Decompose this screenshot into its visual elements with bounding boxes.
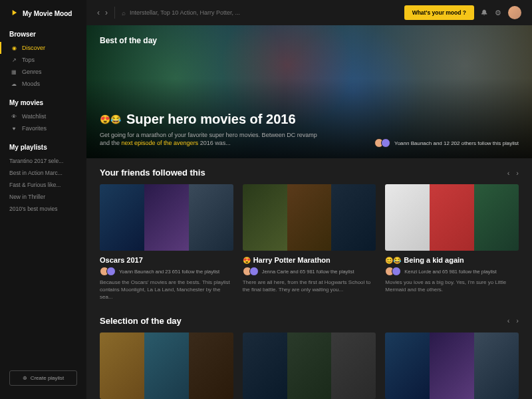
selection-section: Selection of the day ‹ › [86, 307, 532, 399]
playlist-card[interactable] [243, 332, 376, 399]
sidebar: My Movie Mood Browser ◉Discover ↗Tops ▦G… [0, 0, 86, 399]
main: ‹ › ⌕ What's your mood ? 🔔︎ ⚙ Best of th… [86, 0, 532, 399]
mood-button[interactable]: What's your mood ? [404, 5, 474, 20]
nav-tops[interactable]: ↗Tops [0, 54, 86, 66]
divider [114, 7, 115, 19]
genres-icon: ▦ [11, 69, 17, 75]
card-emoji: 😍 [243, 257, 251, 264]
nav-mymovies: My movies 👁Watchlist ♥Favorites [0, 99, 86, 134]
scroll-left-button[interactable]: ‹ [507, 317, 510, 325]
logo-icon [9, 8, 19, 19]
user-avatar[interactable] [508, 6, 521, 19]
section-nav: ‹ › [507, 317, 519, 325]
hero-link[interactable]: next episode of the avengers [122, 140, 199, 146]
section-title: Selection of the day [100, 316, 182, 326]
hero-description: Get going for a marathon of your favorit… [100, 131, 326, 148]
hero-emoji: 😍😂 [100, 114, 121, 124]
card-followers: Kenzi Lorde and 65 981 follow the playli… [385, 267, 519, 276]
playlist-card[interactable]: 😍Harry Potter Marathon Jenna Carle and 6… [243, 184, 376, 301]
card-emoji: 😊😂 [385, 257, 401, 264]
search-input[interactable] [130, 9, 398, 16]
scroll-right-button[interactable]: › [516, 169, 519, 177]
nav-label: Watchlist [22, 113, 46, 120]
search: ⌕ [122, 9, 398, 17]
plus-icon: ⊕ [23, 375, 27, 381]
tops-icon: ↗ [11, 57, 17, 63]
hero-followers: Yoann Baunach and 12 202 others follow t… [374, 138, 519, 148]
card-description: Because the Oscars' movies are the bests… [100, 279, 233, 301]
nav-favorites[interactable]: ♥Favorites [0, 122, 86, 134]
search-icon: ⌕ [122, 9, 126, 17]
playlist-item[interactable]: Fast & Furious like... [0, 179, 86, 191]
nav-browser: Browser ◉Discover ↗Tops ▦Genres ☁Moods [0, 31, 86, 90]
bell-icon[interactable]: 🔔︎ [481, 9, 488, 17]
card-posters [243, 184, 376, 251]
playlist-card[interactable]: 😊😂Being a kid again Kenzi Lorde and 65 9… [385, 184, 519, 301]
top-icons: 🔔︎ ⚙ [481, 6, 521, 19]
history-nav: ‹ › [97, 8, 108, 17]
content[interactable]: Best of the day 😍😂Super hero movies of 2… [86, 25, 532, 399]
nav-label: Favorites [22, 125, 47, 132]
moods-icon: ☁ [11, 81, 17, 87]
hero-title: 😍😂Super hero movies of 2016 [100, 112, 326, 127]
hero-title-text: Super hero movies of 2016 [126, 112, 296, 127]
hero-banner[interactable]: Best of the day 😍😂Super hero movies of 2… [86, 25, 532, 158]
eye-icon: 👁 [11, 114, 17, 120]
nav-label: Moods [22, 80, 40, 87]
card-followers: Yoann Baunach and 23 651 follow the play… [100, 267, 233, 276]
playlist-card[interactable] [385, 332, 519, 399]
friends-section: Your friends followed this ‹ › Oscars 20… [86, 158, 532, 307]
back-button[interactable]: ‹ [97, 8, 100, 17]
nav-section-title: My movies [0, 99, 86, 110]
playlist-item[interactable]: Best in Action Marc... [0, 167, 86, 179]
card-title: 😍Harry Potter Marathon [243, 256, 376, 264]
card-posters [385, 332, 519, 399]
logo[interactable]: My Movie Mood [0, 8, 86, 31]
create-label: Create playlist [31, 375, 65, 381]
playlist-card[interactable]: Oscars 2017 Yoann Baunach and 23 651 fol… [100, 184, 233, 301]
card-title: Oscars 2017 [100, 256, 233, 264]
playlist-item[interactable]: New in Thriller [0, 191, 86, 203]
nav-section-title: My playlists [0, 144, 86, 155]
nav-genres[interactable]: ▦Genres [0, 66, 86, 78]
follower-avatars [374, 138, 390, 148]
nav-playlists: My playlists Tarantino 2017 sele... Best… [0, 144, 86, 215]
nav-discover[interactable]: ◉Discover [0, 42, 86, 54]
playlist-item[interactable]: Tarantino 2017 sele... [0, 155, 86, 167]
card-posters [385, 184, 519, 251]
playlist-card[interactable] [100, 332, 233, 399]
card-posters [100, 184, 233, 251]
scroll-left-button[interactable]: ‹ [507, 169, 510, 177]
app-name: My Movie Mood [23, 10, 72, 17]
forward-button[interactable]: › [105, 8, 108, 17]
card-followers: Jenna Carle and 65 981 follow the playli… [243, 267, 376, 276]
scroll-right-button[interactable]: › [516, 317, 519, 325]
nav-label: Discover [22, 45, 45, 51]
nav-label: Tops [22, 57, 35, 63]
gear-icon[interactable]: ⚙ [495, 9, 501, 17]
card-description: There are all here, from the first at Ho… [243, 279, 376, 293]
follower-text: Yoann Baunach and 12 202 others follow t… [394, 140, 519, 146]
card-posters [100, 332, 233, 399]
nav-label: Genres [22, 68, 42, 75]
discover-icon: ◉ [11, 45, 17, 51]
create-playlist-button[interactable]: ⊕Create playlist [9, 370, 77, 386]
section-title: Your friends followed this [100, 168, 205, 178]
card-description: Movies you love as a big boy. Yes, I'm s… [385, 279, 519, 293]
card-posters [243, 332, 376, 399]
topbar: ‹ › ⌕ What's your mood ? 🔔︎ ⚙ [86, 0, 532, 25]
hero-label: Best of the day [100, 36, 519, 45]
nav-moods[interactable]: ☁Moods [0, 78, 86, 90]
card-title: 😊😂Being a kid again [385, 256, 519, 264]
nav-watchlist[interactable]: 👁Watchlist [0, 110, 86, 122]
heart-icon: ♥ [11, 126, 17, 132]
nav-section-title: Browser [0, 31, 86, 42]
playlist-item[interactable]: 2010's best movies [0, 203, 86, 215]
section-nav: ‹ › [507, 169, 519, 177]
